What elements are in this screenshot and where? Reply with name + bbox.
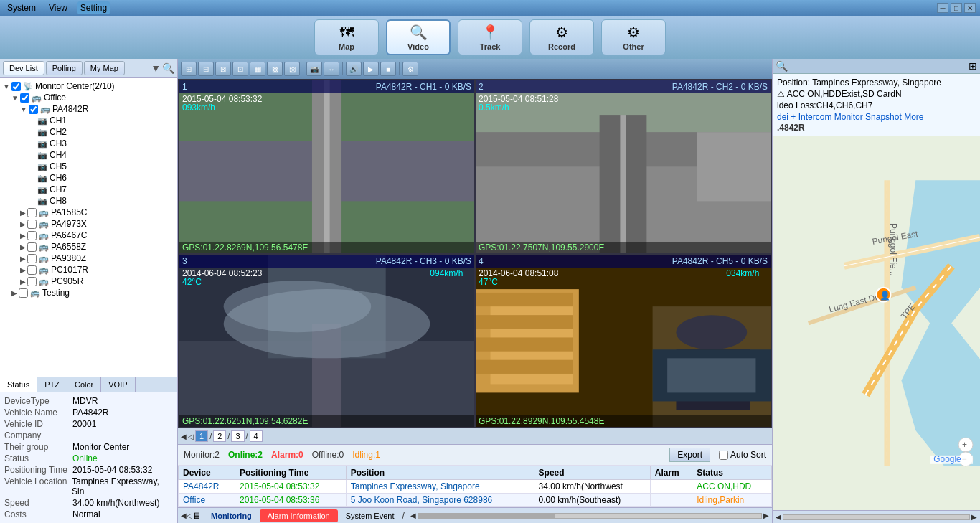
device-info-panel: DeviceType MDVR Vehicle Name PA4842R Veh… <box>0 392 177 523</box>
tree-ch6[interactable]: 📷CH6 <box>29 172 174 184</box>
tree-office-checkbox[interactable] <box>20 93 29 103</box>
menu-system[interactable]: System <box>4 1 39 14</box>
nav-map[interactable]: 🗺 Map <box>314 19 379 55</box>
map-scroll-track[interactable] <box>783 514 970 520</box>
tree-pc905r[interactable]: ▶🚌PC905R <box>20 275 174 287</box>
menu-setting[interactable]: Setting <box>77 1 110 14</box>
maximize-button[interactable]: □ <box>951 3 962 13</box>
tree-office-label: Office <box>44 93 66 103</box>
minimize-button[interactable]: ─ <box>937 3 948 13</box>
export-button[interactable]: Export <box>669 448 710 462</box>
map-link-more[interactable]: More <box>904 112 923 122</box>
titlebar-menus: System View Setting <box>4 1 110 14</box>
menu-view[interactable]: View <box>46 1 70 14</box>
scroll-right[interactable]: ▶ <box>763 512 769 519</box>
dropdown-icon[interactable]: ▼ <box>151 62 161 74</box>
tool-grid5[interactable]: ▦ <box>250 62 265 76</box>
tool-capture[interactable]: 📷 <box>306 62 322 76</box>
tree-root-checkbox[interactable] <box>11 82 21 91</box>
tree-ch3[interactable]: 📷CH3 <box>29 138 174 149</box>
tree-testing[interactable]: ▶ 🚌 Testing <box>11 287 174 298</box>
tab-mymap[interactable]: My Map <box>84 61 125 75</box>
tool-play[interactable]: ▶ <box>363 62 379 76</box>
tree-pa4842r-group: ▼ 🚌 PA4842R 📷CH1 📷CH2 📷CH3 📷CH4 📷CH5 📷CH… <box>11 103 174 287</box>
search-toggle-icon[interactable]: 🔍 <box>162 62 174 74</box>
tool-grid6[interactable]: ▩ <box>267 62 283 76</box>
page-prev[interactable]: ◀ <box>181 433 187 440</box>
tree-pa9380z[interactable]: ▶🚌PA9380Z <box>20 253 174 264</box>
tree-pa4842r-checkbox[interactable] <box>29 105 38 114</box>
tool-stop[interactable]: ■ <box>380 62 396 76</box>
tool-grid1[interactable]: ⊞ <box>181 62 197 76</box>
map-link-snapshot[interactable]: Snapshot <box>865 112 902 122</box>
page-3[interactable]: 3 <box>231 430 244 442</box>
page-back[interactable]: ◁ <box>188 433 194 440</box>
close-button[interactable]: ✕ <box>964 3 976 13</box>
svg-rect-11 <box>620 115 626 253</box>
table-row[interactable]: Office 2016-05-04 08:53:36 5 Joo Koon Ro… <box>179 494 772 507</box>
page-2[interactable]: 2 <box>213 430 226 442</box>
tab-voip[interactable]: VOIP <box>101 377 135 392</box>
tree-pa6558z[interactable]: ▶🚌PA6558Z <box>20 241 174 253</box>
tab-alarm[interactable]: Alarm Information <box>260 509 338 522</box>
tree-pc1017r[interactable]: ▶🚌PC1017R <box>20 264 174 275</box>
tree-office[interactable]: ▼ 🚌 Office <box>11 92 174 103</box>
video-cell-2[interactable]: 2 PA4842R - CH2 - 0 KB/S 2015-05-04 08:5… <box>476 80 771 253</box>
page-1[interactable]: 1 <box>195 430 208 442</box>
table-row[interactable]: PA4842R 2015-05-04 08:53:32 Tampines Exp… <box>179 480 772 494</box>
tree-testing-label: Testing <box>42 288 70 298</box>
tool-grid4[interactable]: ⊡ <box>232 62 248 76</box>
monitor-table: Device Positioning Time Position Speed A… <box>178 466 772 507</box>
map-layout-icon[interactable]: ⊞ <box>969 60 977 72</box>
map-search-icon[interactable]: 🔍 <box>776 60 788 72</box>
tab-sysevent[interactable]: System Event <box>338 509 402 522</box>
map-link-intercom[interactable]: Intercom <box>798 112 832 122</box>
map-link-monitor[interactable]: Monitor <box>834 112 863 122</box>
nav-record[interactable]: ⚙ Record <box>529 19 594 55</box>
tree-ch5[interactable]: 📷CH5 <box>29 161 174 172</box>
monitor-tab-prev[interactable]: ◀ <box>181 512 187 519</box>
tree-ch2[interactable]: 📷CH2 <box>29 126 174 138</box>
map-scroll-left[interactable]: ◀ <box>776 513 781 521</box>
tool-grid3[interactable]: ⊠ <box>215 62 231 76</box>
tree-ch4[interactable]: 📷CH4 <box>29 149 174 161</box>
map-canvas[interactable]: Punggol Fie... Pungol East TPE Lung East… <box>773 136 980 510</box>
tree-pa6467c[interactable]: ▶🚌PA6467C <box>20 230 174 241</box>
tree-testing-checkbox[interactable] <box>19 288 28 298</box>
other-icon: ⚙ <box>627 24 640 41</box>
scroll-track[interactable] <box>418 513 762 519</box>
map-scroll-right[interactable]: ▶ <box>971 513 977 521</box>
tool-grid2[interactable]: ⊟ <box>198 62 214 76</box>
tool-grid7[interactable]: ▨ <box>284 62 300 76</box>
tool-settings[interactable]: ⚙ <box>402 62 418 76</box>
navbar: 🗺 Map 🔍 Video 📍 Track ⚙ Record ⚙ Other <box>0 16 980 59</box>
nav-other[interactable]: ⚙ Other <box>601 19 666 55</box>
tree-ch7[interactable]: 📷CH7 <box>29 184 174 195</box>
page-4[interactable]: 4 <box>250 430 263 442</box>
tool-layout[interactable]: ↔ <box>324 62 339 76</box>
tab-polling[interactable]: Polling <box>46 61 83 75</box>
nav-video[interactable]: 🔍 Video <box>386 19 451 55</box>
tab-devlist[interactable]: Dev List <box>3 61 44 75</box>
video-title-2: PA4842R - CH2 - 0 KB/S <box>672 82 768 92</box>
map-link-dei[interactable]: dei + <box>777 112 796 122</box>
monitor-tab-back[interactable]: ◁ <box>187 512 192 519</box>
tree-ch1[interactable]: 📷CH1 <box>29 115 174 126</box>
scroll-left[interactable]: ◀ <box>410 512 416 519</box>
tree-ch8[interactable]: 📷CH8 <box>29 195 174 207</box>
tab-color[interactable]: Color <box>67 377 101 392</box>
tab-monitoring[interactable]: Monitoring <box>203 509 260 522</box>
video-cell-4[interactable]: 4 PA4842R - CH5 - 0 KB/S <box>476 255 771 428</box>
th-device: Device <box>179 466 235 480</box>
tab-ptz[interactable]: PTZ <box>37 377 67 392</box>
tree-pa1585c[interactable]: ▶🚌PA1585C <box>20 207 174 218</box>
tree-pa4973x[interactable]: ▶🚌PA4973X <box>20 218 174 230</box>
nav-track[interactable]: 📍 Track <box>458 19 522 55</box>
tree-pa4842r[interactable]: ▼ 🚌 PA4842R <box>20 103 174 115</box>
autosort-checkbox[interactable] <box>719 451 728 460</box>
tab-status[interactable]: Status <box>0 377 37 392</box>
tree-root[interactable]: ▼ 📡 Monitor Center(2/10) <box>3 80 174 92</box>
tool-audio[interactable]: 🔊 <box>346 62 362 76</box>
video-cell-3[interactable]: 3 PA4842R - CH3 - 0 KB/S 2014-06-04 08:5… <box>179 255 474 428</box>
video-cell-1[interactable]: 1 PA4842R - CH1 - 0 KB/S 2015-05-04 08:5… <box>179 80 474 253</box>
